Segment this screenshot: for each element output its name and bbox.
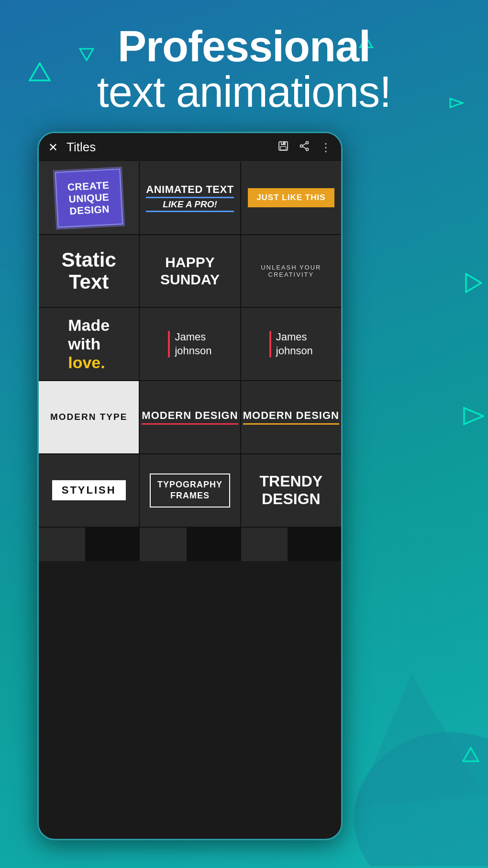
svg-point-15: [306, 148, 309, 150]
create-unique-box: CREATEUNIQUEDESIGN: [55, 168, 123, 228]
animated-text-sub: LIKE A PRO!: [146, 197, 233, 212]
svg-point-13: [306, 141, 309, 144]
deco-triangle-right-2: [463, 407, 484, 427]
deco-triangle-right-1: [465, 273, 482, 295]
animated-text-main: ANIMATED TEXT: [146, 183, 233, 196]
svg-rect-12: [282, 142, 283, 144]
titles-grid: CREATEUNIQUEDESIGN ANIMATED TEXT LIKE A …: [39, 162, 341, 561]
more-icon[interactable]: ⋮: [320, 142, 332, 153]
title-bar: ✕ Titles: [39, 133, 341, 162]
stylish-text: STYLISH: [62, 484, 116, 496]
svg-rect-10: [281, 142, 286, 145]
svg-line-17: [302, 147, 306, 149]
hero-section: Professional text animations!: [0, 0, 488, 129]
static-text-content: StaticText: [61, 249, 116, 293]
typography-frames-text: TYPOGRAPHYFRAMES: [157, 479, 222, 502]
create-unique-text: CREATEUNIQUEDESIGN: [67, 179, 111, 217]
titles-label: Titles: [67, 140, 278, 155]
phone-frame: ✕ Titles: [37, 132, 343, 840]
svg-marker-4: [466, 274, 481, 292]
deco-triangle-right-3: [462, 747, 479, 764]
title-bar-actions: ⋮: [278, 141, 332, 154]
cell-modern-design-2[interactable]: MODERN DESIGN: [241, 381, 341, 453]
svg-line-16: [302, 143, 306, 146]
modern-type-text: MODERN TYPE: [50, 412, 127, 422]
made-with-love-text: Madewithlove.: [68, 316, 110, 372]
cell-bottom-3[interactable]: [241, 528, 288, 561]
cell-unleash-creativity[interactable]: UNLEASH YOUR CREATIVITY: [241, 235, 341, 307]
james-bar-1: [168, 331, 170, 358]
unleash-text-content: UNLEASH YOUR CREATIVITY: [241, 264, 341, 278]
cell-modern-type[interactable]: MODERN TYPE: [39, 381, 139, 453]
cell-james-johnson-1[interactable]: Jamesjohnson: [140, 308, 240, 380]
stylish-box: STYLISH: [52, 480, 126, 500]
share-icon[interactable]: [299, 141, 310, 154]
just-like-box: JUST LIKE THIS: [248, 188, 334, 207]
modern-design-text-2: MODERN DESIGN: [243, 409, 339, 425]
cell-just-like-this[interactable]: JUST LIKE THIS: [241, 162, 341, 234]
animated-content: ANIMATED TEXT LIKE A PRO!: [146, 183, 233, 212]
modern-design-text-1: MODERN DESIGN: [142, 409, 238, 425]
cell-trendy-design[interactable]: TRENDYDESIGN: [241, 454, 341, 527]
cell-bottom-1[interactable]: [39, 528, 85, 561]
cell-create-unique-design[interactable]: CREATEUNIQUEDESIGN: [39, 162, 139, 234]
save-icon[interactable]: [278, 141, 288, 154]
happy-sunday-text: HAPPYSUNDAY: [160, 254, 220, 288]
cell-bottom-2[interactable]: [140, 528, 186, 561]
james-text-2: Jamesjohnson: [276, 330, 313, 358]
hero-title-line2: text animations!: [97, 68, 391, 116]
trendy-design-text: TRENDYDESIGN: [260, 473, 323, 508]
hero-title-line1: Professional: [118, 23, 370, 70]
james-box-2: Jamesjohnson: [269, 330, 313, 358]
cell-stylish[interactable]: STYLISH: [39, 454, 139, 527]
svg-marker-5: [464, 408, 483, 424]
james-box-1: Jamesjohnson: [168, 330, 211, 358]
cell-typography-frames[interactable]: TYPOGRAPHYFRAMES: [140, 454, 240, 527]
cell-animated-text[interactable]: ANIMATED TEXT LIKE A PRO!: [140, 162, 240, 234]
svg-marker-6: [463, 748, 478, 761]
close-button[interactable]: ✕: [48, 141, 58, 154]
hero-title: Professional text animations!: [10, 24, 478, 114]
cell-happy-sunday[interactable]: HAPPYSUNDAY: [140, 235, 240, 307]
svg-point-14: [300, 145, 303, 147]
cell-made-with-love[interactable]: Madewithlove.: [39, 308, 139, 380]
cell-static-text[interactable]: StaticText: [39, 235, 139, 307]
typography-box: TYPOGRAPHYFRAMES: [150, 473, 230, 507]
svg-rect-11: [280, 147, 286, 150]
james-bar-2: [269, 331, 271, 358]
love-word: love.: [68, 353, 105, 372]
cell-james-johnson-2[interactable]: Jamesjohnson: [241, 308, 341, 380]
james-text-1: Jamesjohnson: [175, 330, 211, 358]
just-like-text: JUST LIKE THIS: [256, 193, 325, 203]
cell-modern-design-1[interactable]: MODERN DESIGN: [140, 381, 240, 453]
